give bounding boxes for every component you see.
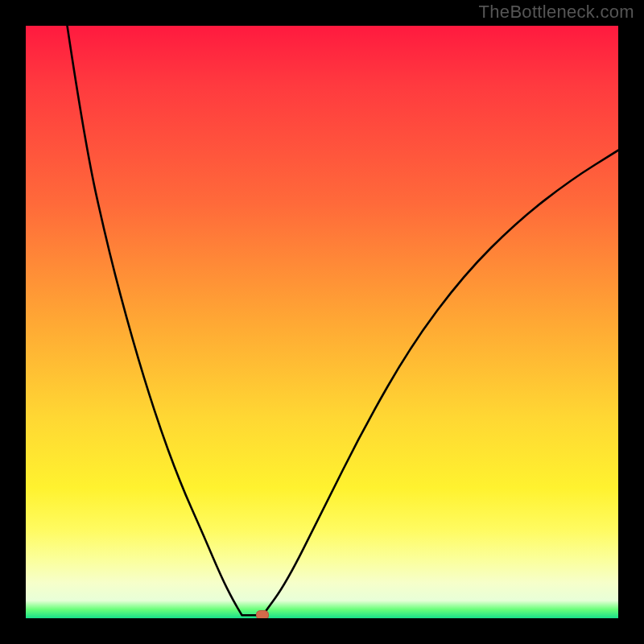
watermark-label: TheBottleneck.com [479, 2, 634, 23]
curve-svg [26, 26, 618, 618]
optimum-marker [256, 610, 269, 618]
bottleneck-curve [68, 26, 619, 615]
plot-area [26, 26, 618, 618]
chart-frame: TheBottleneck.com [0, 0, 644, 644]
